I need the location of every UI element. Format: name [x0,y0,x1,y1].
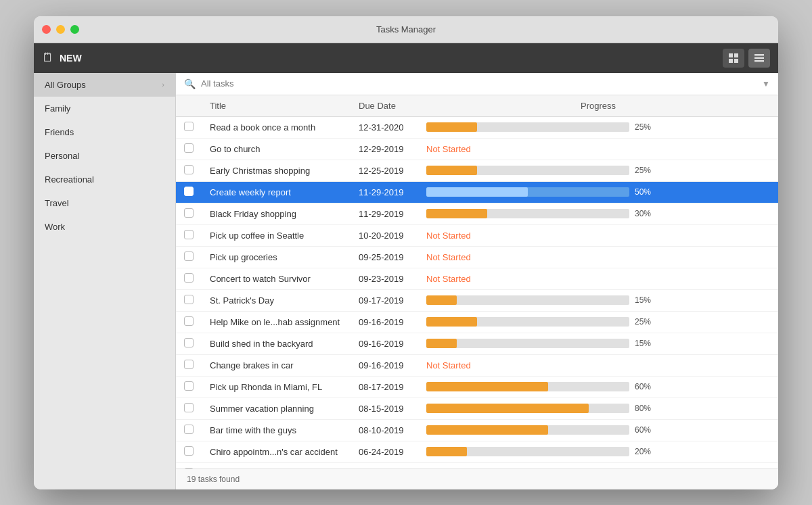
toolbar-right [723,49,770,68]
search-icon: 🔍 [184,78,196,89]
traffic-lights [42,25,79,34]
row-checkbox[interactable] [176,138,202,160]
row-progress: 15% [418,333,778,354]
maximize-button[interactable] [70,25,79,34]
row-progress: 60% [418,419,778,441]
sidebar-item-personal[interactable]: Personal [34,144,175,168]
row-checkbox[interactable] [176,376,202,398]
table-row[interactable]: Pick up Rhonda in Miami, FL08-17-201960% [176,376,778,398]
table-row[interactable]: Chiro appointm...n's car accident06-24-2… [176,441,778,462]
table-row[interactable]: Early Christmas shopping12-25-201925% [176,160,778,181]
row-title: St. Patrick's Day [202,289,351,311]
table-row[interactable]: Setup wireless access point06-14-201950% [176,462,778,468]
row-checkbox[interactable] [176,333,202,354]
close-button[interactable] [42,25,51,34]
header-check [176,95,202,117]
row-checkbox[interactable] [176,160,202,181]
sidebar-item-family[interactable]: Family [34,97,175,120]
filter-dropdown-icon[interactable]: ▼ [762,79,770,89]
sidebar-item-label: Travel [45,198,69,208]
row-title: Pick up coffee in Seattle [202,224,351,246]
row-progress: 50% [418,462,778,468]
sidebar-item-label: Friends [45,127,74,137]
sidebar-item-work[interactable]: Work [34,215,175,239]
row-checkbox[interactable] [176,398,202,419]
table-row[interactable]: Read a book once a month12-31-202025% [176,116,778,138]
row-due-date: 09-16-2019 [351,333,418,354]
table-row[interactable]: Pick up coffee in Seattle10-20-2019Not S… [176,224,778,246]
header-due-date: Due Date [351,95,418,117]
row-title: Summer vacation planning [202,398,351,419]
table-row[interactable]: Concert to watch Survivor09-23-2019Not S… [176,268,778,289]
row-progress: 80% [418,398,778,419]
row-checkbox[interactable] [176,246,202,268]
row-title: Concert to watch Survivor [202,268,351,289]
list-view-button[interactable] [748,49,770,68]
search-input[interactable] [201,78,757,89]
row-title: Create weekly report [202,181,351,203]
task-count: 19 tasks found [187,475,240,484]
row-due-date: 11-29-2019 [351,181,418,203]
row-progress: 30% [418,203,778,224]
table-row[interactable]: Build shed in the backyard09-16-201915% [176,333,778,354]
main-content: All Groups › Family Friends Personal Rec… [34,73,778,489]
svg-rect-4 [754,54,764,56]
header-progress: Progress [418,95,778,117]
table-row[interactable]: Help Mike on le...hab assignment09-16-20… [176,311,778,333]
row-progress: 20% [418,441,778,462]
sidebar-item-label: Family [45,103,70,114]
table-row[interactable]: Change brakes in car09-16-2019Not Starte… [176,354,778,376]
minimize-button[interactable] [56,25,65,34]
svg-rect-1 [734,53,738,57]
row-checkbox[interactable] [176,289,202,311]
sidebar-item-label: Work [45,222,65,232]
table-row[interactable]: Black Friday shopping11-29-201930% [176,203,778,224]
table-row[interactable]: Pick up groceries09-25-2019Not Started [176,246,778,268]
table-row[interactable]: St. Patrick's Day09-17-201915% [176,289,778,311]
table-row[interactable]: Create weekly report11-29-201950% [176,181,778,203]
row-checkbox[interactable] [176,224,202,246]
row-due-date: 12-25-2019 [351,160,418,181]
svg-rect-2 [729,59,733,63]
row-checkbox[interactable] [176,462,202,468]
grid-view-button[interactable] [723,49,744,68]
table-row[interactable]: Bar time with the guys08-10-201960% [176,419,778,441]
row-due-date: 11-29-2019 [351,203,418,224]
row-checkbox[interactable] [176,441,202,462]
row-title: Setup wireless access point [202,462,351,468]
chevron-right-icon: › [162,80,164,89]
row-due-date: 06-14-2019 [351,462,418,468]
sidebar-item-friends[interactable]: Friends [34,120,175,144]
row-due-date: 09-16-2019 [351,311,418,333]
row-checkbox[interactable] [176,419,202,441]
row-title: Pick up Rhonda in Miami, FL [202,376,351,398]
table-row[interactable]: Go to church12-29-2019Not Started [176,138,778,160]
new-button[interactable]: NEW [60,53,82,64]
task-table: Title Due Date Progress Read a book once… [176,95,778,468]
task-table-container: Title Due Date Progress Read a book once… [176,95,778,468]
status-bar: 19 tasks found [176,468,778,489]
row-checkbox[interactable] [176,354,202,376]
row-title: Early Christmas shopping [202,160,351,181]
row-due-date: 09-16-2019 [351,354,418,376]
row-checkbox[interactable] [176,116,202,138]
row-title: Read a book once a month [202,116,351,138]
row-checkbox[interactable] [176,181,202,203]
row-title: Go to church [202,138,351,160]
row-checkbox[interactable] [176,268,202,289]
sidebar-item-recreational[interactable]: Recreational [34,168,175,191]
row-title: Chiro appointm...n's car accident [202,441,351,462]
svg-rect-0 [729,53,733,57]
row-checkbox[interactable] [176,203,202,224]
sidebar-item-all-groups[interactable]: All Groups › [34,73,175,97]
sidebar-item-travel[interactable]: Travel [34,191,175,215]
row-title: Pick up groceries [202,246,351,268]
row-checkbox[interactable] [176,311,202,333]
table-row[interactable]: Summer vacation planning08-15-201980% [176,398,778,419]
row-title: Bar time with the guys [202,419,351,441]
row-progress: Not Started [418,224,778,246]
sidebar-item-label: Personal [45,151,79,161]
svg-rect-3 [734,59,738,63]
search-bar: 🔍 ▼ [176,73,778,95]
title-bar: Tasks Manager [34,16,778,43]
